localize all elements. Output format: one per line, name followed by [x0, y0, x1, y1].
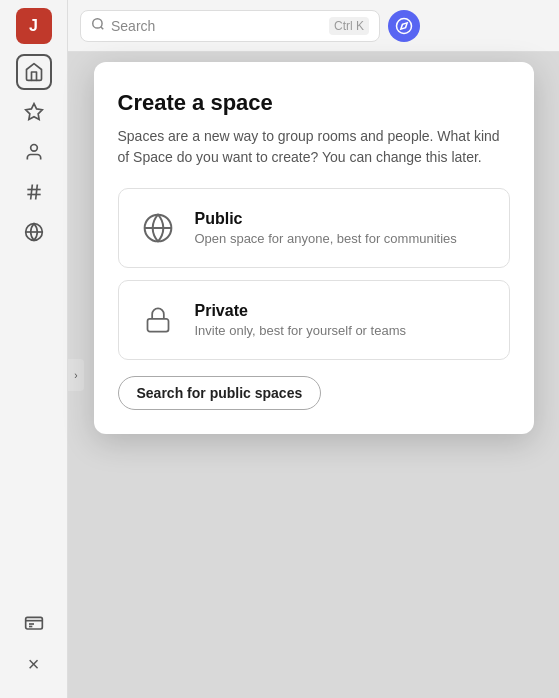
modal-overlay: Create a space Spaces are a new way to g…	[68, 52, 559, 698]
search-placeholder: Search	[111, 18, 323, 34]
search-public-spaces-button[interactable]: Search for public spaces	[118, 376, 322, 410]
compass-icon[interactable]	[388, 10, 420, 42]
private-option-title: Private	[195, 302, 406, 320]
svg-line-13	[101, 27, 104, 30]
create-space-modal: Create a space Spaces are a new way to g…	[94, 62, 534, 434]
svg-rect-8	[25, 617, 42, 629]
sidebar-item-home[interactable]	[16, 54, 52, 90]
svg-point-1	[30, 145, 37, 152]
public-space-option[interactable]: Public Open space for anyone, best for c…	[118, 188, 510, 268]
main-content: Search Ctrl K › Create a space Spaces ar…	[68, 0, 559, 698]
topbar: Search Ctrl K	[68, 0, 559, 52]
svg-point-14	[397, 18, 412, 33]
modal-title: Create a space	[118, 90, 510, 116]
public-option-title: Public	[195, 210, 457, 228]
sidebar-item-globe[interactable]	[16, 214, 52, 250]
private-option-content: Private Invite only, best for yourself o…	[195, 302, 406, 338]
svg-marker-15	[401, 22, 407, 28]
sidebar-item-close[interactable]: ×	[16, 646, 52, 682]
public-option-content: Public Open space for anyone, best for c…	[195, 210, 457, 246]
svg-marker-0	[25, 104, 42, 120]
sidebar: J	[0, 0, 68, 698]
content-area: › Create a space Spaces are a new way to…	[68, 52, 559, 698]
private-space-option[interactable]: Private Invite only, best for yourself o…	[118, 280, 510, 360]
svg-line-4	[30, 185, 32, 200]
search-bar[interactable]: Search Ctrl K	[80, 10, 380, 42]
search-icon	[91, 17, 105, 34]
sidebar-item-starred[interactable]	[16, 94, 52, 130]
user-avatar[interactable]: J	[16, 8, 52, 44]
sidebar-item-hashtag[interactable]	[16, 174, 52, 210]
svg-rect-18	[147, 319, 168, 332]
search-shortcut: Ctrl K	[329, 17, 369, 35]
public-option-subtitle: Open space for anyone, best for communit…	[195, 231, 457, 246]
private-option-subtitle: Invite only, best for yourself or teams	[195, 323, 406, 338]
modal-description: Spaces are a new way to group rooms and …	[118, 126, 510, 168]
sidebar-item-messages[interactable]	[16, 606, 52, 642]
public-icon	[137, 207, 179, 249]
private-icon	[137, 299, 179, 341]
svg-point-12	[93, 19, 102, 28]
sidebar-item-profile[interactable]	[16, 134, 52, 170]
svg-line-5	[35, 185, 37, 200]
